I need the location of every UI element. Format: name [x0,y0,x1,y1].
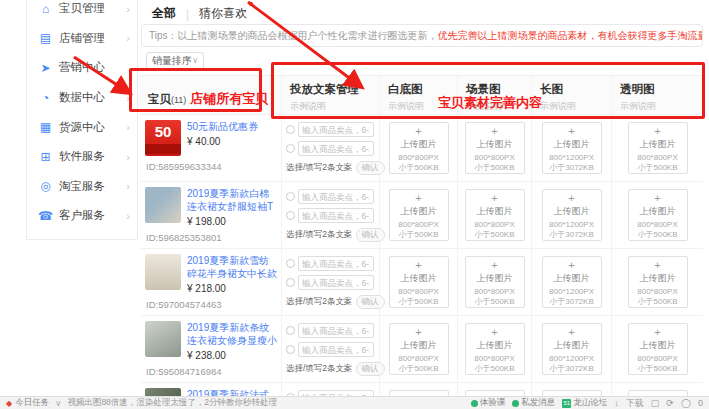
product-thumbnail[interactable] [145,321,181,357]
copy-checkbox[interactable] [286,259,295,268]
product-title-link[interactable]: 50元新品优惠券 [187,120,278,134]
plus-icon: + [466,327,524,338]
status-item-私发消息[interactable]: 私发消息 [512,397,555,409]
product-title-link[interactable]: 2019夏季新款条纹连衣裙女修身显瘦小众网红 [187,321,278,348]
upload-scene-button[interactable]: +上传图片800*800PX小于500KB [465,323,525,375]
upload-long-button[interactable]: +上传图片800*1200PX小于3072KB [542,122,602,174]
selling-point-input[interactable] [298,275,374,290]
status-tray-icon[interactable]: ↓ [614,398,619,408]
product-thumbnail[interactable]: 50 [145,120,181,156]
copy-actions: 选择/填写2条文案确认取消 [286,295,375,309]
upload-transparent-button[interactable]: +上传图片800*800PX小于500KB [628,189,688,241]
upload-transparent-button[interactable]: +上传图片800*800PX小于500KB [628,256,688,308]
upload-spec: 800*800PX小于500KB [629,220,687,240]
product-cell: 5050元新品优惠券¥ 40.00ID:585959633344 [140,115,282,181]
sidebar-item-淘宝服务[interactable]: ◎淘宝服务› [27,172,137,202]
selling-point-input[interactable] [298,256,374,271]
status-ticker-text[interactable]: 视频出图88倍速，渲染处理太慢了，2分钟教你秒转处理 [67,397,277,409]
sidebar-item-软件服务[interactable]: ⊞软件服务› [27,142,137,172]
chevron-right-icon: › [126,121,130,133]
upload-transparent-cell: +上传图片800*800PX小于500KB [612,249,703,315]
upload-scene-cell: +上传图片800*800PX小于500KB [458,182,532,248]
table-row: 5050元新品优惠券¥ 40.00ID:585959633344选择/填写2条文… [140,115,703,182]
plus-icon: + [629,327,687,338]
product-thumbnail[interactable] [145,187,181,223]
copy-checkbox[interactable] [286,326,295,335]
upload-spec: 800*800PX小于500KB [390,220,448,240]
tips-text: Tips：以上猜测场景的商品会根据用户个性化需求进行圈选更新， [149,29,438,43]
upload-scene-button[interactable]: +上传图片800*800PX小于500KB [465,122,525,174]
selling-point-input[interactable] [298,342,374,357]
software-icon: ⊞ [38,150,53,164]
chevron-right-icon: › [126,210,130,222]
selling-point-input[interactable] [298,323,374,338]
sales-sort-dropdown[interactable]: 销量排序 ∨ [146,52,204,69]
product-thumbnail[interactable] [145,254,181,290]
upload-white-bg-button[interactable]: +上传图片800*800PX小于500KB [389,323,449,375]
sidebar-item-数据中心[interactable]: ◔数据中心› [27,83,137,113]
example-link[interactable]: 示例说明 [290,100,379,113]
product-id: ID:585959633344 [145,156,278,172]
upload-long-cell: +上传图片800*1200PX小于3072KB [532,316,612,382]
status-tray-icon[interactable]: ▢ [651,398,660,408]
example-link[interactable]: 示例说明 [620,100,703,113]
upload-long-button[interactable]: +上传图片800*1200PX小于3072KB [542,189,602,241]
status-tray-icon[interactable]: 下载 [626,397,644,409]
copy-checkbox[interactable] [286,345,295,354]
status-tray-icon[interactable]: 0 [698,398,703,408]
upload-transparent-button[interactable]: +上传图片800*800PX小于500KB [628,323,688,375]
tips-notice-bar: Tips：以上猜测场景的商品会根据用户个性化需求进行圈选更新， 优先完善以上猜测… [141,24,703,47]
upload-label: 上传图片 [466,272,524,285]
upload-white-bg-button[interactable]: +上传图片800*800PX小于500KB [389,189,449,241]
product-id: ID:597004574463 [145,294,278,310]
upload-label: 上传图片 [390,138,448,151]
upload-transparent-button[interactable]: +上传图片800*800PX小于500KB [628,122,688,174]
product-cell: 2019夏季新款雪纺碎花半身裙女中长款舒服版型¥ 218.00ID:597004… [140,249,282,315]
upload-spec: 800*800PX小于500KB [466,287,524,307]
sidebar-item-店铺管理[interactable]: ▤店铺管理› [27,24,137,54]
sidebar-item-营销中心[interactable]: ➤营销中心 [27,53,137,83]
copywriting-cell: 选择/填写2条文案确认取消 [282,316,380,382]
upload-white-bg-button[interactable]: +上传图片800*800PX小于500KB [389,122,449,174]
status-tray-icon[interactable]: ◯ [681,398,691,408]
sidebar-item-客户服务[interactable]: ☎客户服务› [27,201,137,231]
green-badge-icon: 51 [562,399,571,408]
status-item-龙山论坛[interactable]: 51龙山论坛 [562,397,607,409]
sidebar-item-label: 营销中心 [59,60,105,75]
sidebar-item-货源中心[interactable]: ▦货源中心› [27,112,137,142]
table-header-row: 宝贝(11)店铺所有宝贝 投放文案管理 示例说明 白底图 示例说明 场景图 示例… [140,75,703,115]
tips-highlight: 优先完善以上猜测场景的商品素材，有机会获得更多手淘流量，请按规范上传素材 [438,29,703,43]
example-link[interactable]: 示例说明 [540,100,611,113]
copy-checkbox[interactable] [286,125,295,134]
status-left-text[interactable]: 今日任务 [15,397,49,409]
selling-point-input[interactable] [298,208,374,223]
upload-white-bg-button[interactable]: +上传图片800*800PX小于500KB [389,256,449,308]
example-link[interactable]: 示例说明 [388,100,457,113]
selling-point-input[interactable] [298,122,374,137]
product-title-link[interactable]: 2019夏季新款白棉连衣裙女舒服短袖T恤中长款 [187,187,278,214]
status-item-体验课[interactable]: 体验课 [471,397,506,409]
upload-long-button[interactable]: +上传图片800*1200PX小于3072KB [542,323,602,375]
column-header-products: 宝贝(11)店铺所有宝贝 [140,76,282,114]
copy-checkbox[interactable] [286,278,295,287]
copy-checkbox[interactable] [286,144,295,153]
upload-scene-button[interactable]: +上传图片800*800PX小于500KB [465,256,525,308]
tab-guess-you-like[interactable]: 猜你喜欢 [199,5,247,22]
selling-point-input[interactable] [298,189,374,204]
coupon-strip [145,144,181,154]
sidebar-item-宝贝管理[interactable]: ⌂宝贝管理› [27,0,137,24]
tab-all[interactable]: 全部 [152,5,176,22]
selling-point-input[interactable] [298,141,374,156]
upload-label: 上传图片 [629,138,687,151]
example-link[interactable]: 示例说明 [466,100,531,113]
chevron-down-icon[interactable]: ∨ [55,398,61,408]
copy-checkbox[interactable] [286,211,295,220]
status-tray-icon[interactable]: ⟳ [666,398,674,408]
upload-label: 上传图片 [466,339,524,352]
chevron-down-icon: ∨ [192,56,198,65]
copy-checkbox[interactable] [286,192,295,201]
product-title-link[interactable]: 2019夏季新款雪纺碎花半身裙女中长款舒服版型 [187,254,278,281]
upload-spec: 800*1200PX小于3072KB [543,220,601,240]
upload-scene-button[interactable]: +上传图片800*800PX小于500KB [465,189,525,241]
upload-long-button[interactable]: +上传图片800*1200PX小于3072KB [542,256,602,308]
